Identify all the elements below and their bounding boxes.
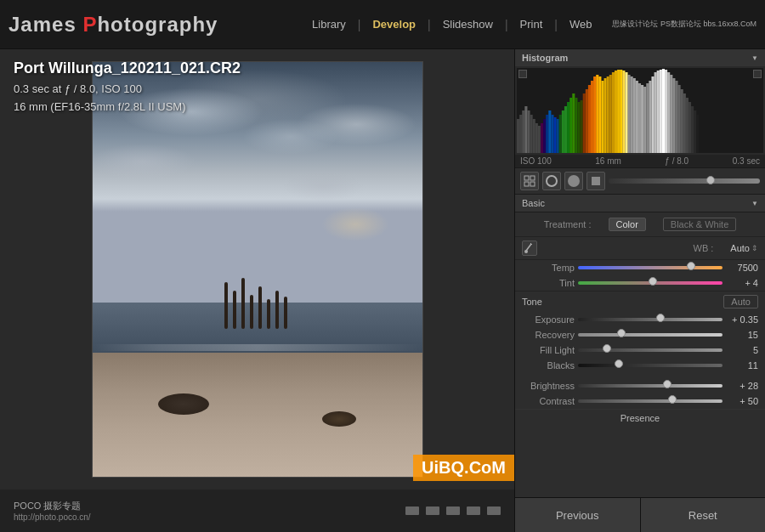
exposure-slider[interactable] xyxy=(578,318,722,321)
histogram-svg xyxy=(517,68,763,153)
temp-label: Temp xyxy=(522,263,575,273)
previous-button[interactable]: Previous xyxy=(515,498,641,532)
wb-value: Auto xyxy=(730,243,750,253)
svg-line-75 xyxy=(526,244,531,251)
photo-area: Port Willunga_120211_021.CR2 0.3 sec at … xyxy=(0,49,514,532)
treatment-label: Treatment : xyxy=(544,219,592,229)
hist-shutter: 0.3 sec xyxy=(733,156,760,166)
poco-url: http://photo.poco.cn/ xyxy=(14,512,91,522)
tool-slider-preview[interactable] xyxy=(609,178,760,184)
brightness-value: + 28 xyxy=(726,381,758,391)
blacks-row: Blacks 11 xyxy=(515,358,765,373)
blacks-thumb[interactable] xyxy=(615,359,623,368)
brightness-row: Brightness + 28 xyxy=(515,378,765,393)
exposure-thumb[interactable] xyxy=(656,314,665,322)
photo-light-patch xyxy=(321,207,389,241)
wb-eyedropper-btn[interactable] xyxy=(522,241,537,256)
nav-icon-1[interactable] xyxy=(405,507,419,515)
temp-value: 7500 xyxy=(726,263,758,273)
fill-row: Fill Light 5 xyxy=(515,342,765,358)
svg-rect-70 xyxy=(524,176,529,180)
post-8 xyxy=(284,297,287,329)
nav-develop[interactable]: Develop xyxy=(360,14,428,34)
top-bar: James Photography Library | Develop | Sl… xyxy=(0,0,765,49)
nav-icon-5[interactable] xyxy=(487,507,501,515)
tint-thumb[interactable] xyxy=(649,277,657,286)
grid-tool-btn[interactable] xyxy=(520,172,539,190)
tint-label: Tint xyxy=(522,278,575,288)
circle-tool-btn[interactable] xyxy=(542,172,561,190)
logo-photography: hotography xyxy=(97,13,218,36)
hist-iso: ISO 100 xyxy=(520,156,552,166)
bottom-nav-icons xyxy=(405,507,501,515)
tone-auto-btn[interactable]: Auto xyxy=(723,295,758,308)
nav-library[interactable]: Library xyxy=(300,14,358,34)
fill-slider[interactable] xyxy=(578,348,722,352)
tint-slider[interactable] xyxy=(578,281,722,285)
temp-thumb[interactable] xyxy=(687,262,695,270)
basic-collapse-icon[interactable]: ▼ xyxy=(751,200,758,207)
wb-arrows-icon[interactable]: ⇕ xyxy=(751,244,758,252)
contrast-label: Contrast xyxy=(522,396,575,406)
temp-row: Temp 7500 xyxy=(515,260,765,275)
circle-icon xyxy=(546,175,558,187)
photo-beach-layer xyxy=(93,353,422,477)
histogram-section: Histogram ▼ xyxy=(515,49,765,168)
nav: Library | Develop | Slideshow | Print | … xyxy=(300,14,604,34)
contrast-slider[interactable] xyxy=(578,399,722,403)
histogram-corner-tl[interactable] xyxy=(518,70,527,78)
bw-treatment-btn[interactable]: Black & White xyxy=(663,218,736,231)
blacks-value: 11 xyxy=(726,360,758,371)
recovery-slider[interactable] xyxy=(578,333,722,337)
nav-web[interactable]: Web xyxy=(558,14,604,34)
contrast-value: + 50 xyxy=(726,396,758,406)
nav-slideshow[interactable]: Slideshow xyxy=(431,14,505,34)
histogram-corner-tr[interactable] xyxy=(753,70,762,78)
logo-james: James xyxy=(8,13,82,36)
hist-focal: 16 mm xyxy=(595,156,621,166)
nav-icon-3[interactable] xyxy=(446,507,460,515)
histogram-header: Histogram ▼ xyxy=(515,49,765,66)
post-6 xyxy=(267,299,270,329)
presence-header: Presence xyxy=(515,409,765,427)
exposure-row: Exposure + 0.35 xyxy=(515,312,765,327)
treatment-row: Treatment : Color Black & White xyxy=(515,212,765,237)
tool-icons-row xyxy=(515,168,765,195)
tint-value: + 4 xyxy=(726,278,758,288)
watermark-top: 思缘设计论坛 PS数据论坛 bbs.16xx8.CoM xyxy=(612,20,756,30)
recovery-thumb[interactable] xyxy=(617,329,626,337)
contrast-thumb[interactable] xyxy=(668,395,677,404)
recovery-row: Recovery 15 xyxy=(515,327,765,342)
fill-thumb[interactable] xyxy=(603,344,611,353)
post-1 xyxy=(224,282,228,329)
post-3 xyxy=(241,278,245,329)
post-2 xyxy=(233,291,236,329)
exposure-value: + 0.35 xyxy=(726,314,758,325)
square-tool-btn[interactable] xyxy=(586,172,605,190)
filled-circle-tool-btn[interactable] xyxy=(564,172,583,190)
histogram-canvas xyxy=(517,68,763,153)
blacks-slider[interactable] xyxy=(578,364,722,367)
logo-p: P xyxy=(82,13,97,36)
histogram-collapse-icon[interactable]: ▼ xyxy=(751,54,758,62)
hist-aperture: ƒ / 8.0 xyxy=(665,156,688,166)
temp-slider[interactable] xyxy=(578,266,722,269)
nav-icon-2[interactable] xyxy=(426,507,439,515)
brightness-thumb[interactable] xyxy=(663,380,672,388)
brightness-slider[interactable] xyxy=(578,384,722,388)
app-logo: James Photography xyxy=(8,13,300,37)
presence-label: Presence xyxy=(620,413,660,423)
reset-button[interactable]: Reset xyxy=(641,498,766,532)
exposure-label: Exposure xyxy=(522,314,575,325)
tint-row: Tint + 4 xyxy=(515,275,765,291)
photo-rock-main xyxy=(158,393,209,415)
fill-label: Fill Light xyxy=(522,345,575,355)
svg-point-76 xyxy=(524,250,528,253)
poco-brand: POCO 摄影专题 xyxy=(14,500,91,512)
nav-print[interactable]: Print xyxy=(508,14,555,34)
photo-info: Port Willunga_120211_021.CR2 0.3 sec at … xyxy=(14,59,241,116)
nav-icon-4[interactable] xyxy=(467,507,480,515)
recovery-label: Recovery xyxy=(522,330,575,340)
post-4 xyxy=(250,295,253,329)
color-treatment-btn[interactable]: Color xyxy=(609,218,646,231)
